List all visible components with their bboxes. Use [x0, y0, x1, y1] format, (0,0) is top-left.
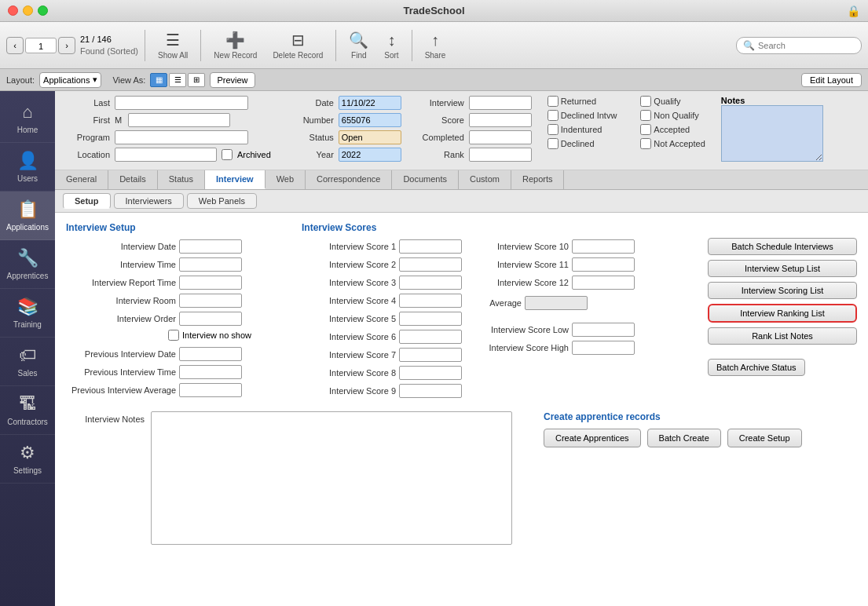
score4-input[interactable]	[399, 294, 462, 308]
status-input[interactable]	[339, 130, 401, 144]
search-input[interactable]	[758, 41, 855, 50]
non-qualify-checkbox-row[interactable]: Non Qualify	[640, 110, 705, 121]
view-form-button[interactable]: ▦	[150, 73, 167, 87]
tab-correspondence[interactable]: Correspondence	[306, 170, 392, 189]
tab-documents[interactable]: Documents	[392, 170, 459, 189]
notes-textarea[interactable]	[721, 105, 823, 162]
tab-interview[interactable]: Interview	[205, 170, 266, 189]
completed-input[interactable]	[469, 130, 532, 144]
score-high-input[interactable]	[572, 341, 635, 355]
score8-input[interactable]	[399, 366, 462, 380]
score6-input[interactable]	[399, 330, 462, 344]
accepted-checkbox-row[interactable]: Accepted	[640, 124, 705, 135]
interview-no-show-checkbox[interactable]	[168, 330, 179, 341]
batch-archive-button[interactable]: Batch Archive Status	[708, 359, 805, 376]
score3-input[interactable]	[399, 276, 462, 290]
interview-room-input[interactable]	[179, 294, 242, 308]
sidebar-item-applications[interactable]: 📋 Applications	[0, 192, 55, 240]
rank-list-notes-button[interactable]: Rank List Notes	[708, 327, 857, 345]
setup-list-button[interactable]: Interview Setup List	[708, 260, 857, 277]
year-input[interactable]	[339, 148, 401, 162]
tab-web[interactable]: Web	[266, 170, 306, 189]
score7-input[interactable]	[399, 348, 462, 362]
qualify-checkbox-row[interactable]: Qualify	[640, 96, 705, 107]
sidebar-item-settings[interactable]: ⚙ Settings	[0, 435, 55, 484]
sub-tab-setup[interactable]: Setup	[63, 193, 111, 209]
declined-intvw-checkbox-row[interactable]: Declined Intvw	[548, 110, 617, 121]
view-table-button[interactable]: ⊞	[188, 73, 205, 87]
tab-custom[interactable]: Custom	[459, 170, 511, 189]
rank-input[interactable]	[469, 148, 532, 162]
declined-checkbox-row[interactable]: Declined	[548, 138, 617, 149]
interview-order-input[interactable]	[179, 312, 242, 326]
indentured-checkbox-row[interactable]: Indentured	[548, 124, 617, 135]
tab-reports[interactable]: Reports	[511, 170, 565, 189]
sort-button[interactable]: ↕ Sort	[378, 30, 405, 61]
not-accepted-checkbox-row[interactable]: Not Accepted	[640, 138, 705, 149]
scoring-list-button[interactable]: Interview Scoring List	[708, 282, 857, 299]
sub-tab-interviewers[interactable]: Interviewers	[114, 193, 184, 209]
sidebar-item-training[interactable]: 📚 Training	[0, 289, 55, 338]
tab-status[interactable]: Status	[158, 170, 205, 189]
create-apprentices-button[interactable]: Create Apprentices	[544, 429, 641, 447]
delete-record-button[interactable]: ⊟ Delete Record	[266, 29, 329, 61]
share-button[interactable]: ↑ Share	[419, 30, 452, 61]
indentured-checkbox[interactable]	[548, 124, 559, 135]
prev-interview-time-input[interactable]	[179, 365, 242, 379]
not-accepted-checkbox[interactable]	[640, 138, 651, 149]
score11-input[interactable]	[572, 257, 635, 272]
nav-forward-button[interactable]: ›	[58, 37, 75, 54]
new-record-button[interactable]: ➕ New Record	[207, 29, 263, 61]
tab-details[interactable]: Details	[108, 170, 158, 189]
declined-checkbox[interactable]	[548, 138, 559, 149]
sidebar-item-home[interactable]: ⌂ Home	[0, 94, 55, 143]
non-qualify-checkbox[interactable]	[640, 110, 651, 121]
batch-schedule-button[interactable]: Batch Schedule Interviews	[708, 238, 857, 255]
score-input[interactable]	[469, 113, 532, 127]
returned-checkbox-row[interactable]: Returned	[548, 96, 617, 107]
archived-checkbox[interactable]	[222, 149, 233, 160]
find-button[interactable]: 🔍 Find	[342, 29, 375, 61]
nav-back-button[interactable]: ‹	[6, 37, 24, 54]
sidebar-item-sales[interactable]: 🏷 Sales	[0, 338, 55, 386]
score5-input[interactable]	[399, 312, 462, 326]
score1-input[interactable]	[399, 239, 462, 254]
score-low-input[interactable]	[572, 323, 635, 337]
batch-create-button[interactable]: Batch Create	[647, 429, 721, 447]
minimize-button[interactable]	[23, 5, 33, 16]
number-input[interactable]	[339, 113, 401, 127]
score12-input[interactable]	[572, 276, 635, 290]
close-button[interactable]	[8, 5, 18, 16]
interview-report-time-input[interactable]	[179, 276, 242, 290]
record-number[interactable]: 1	[25, 38, 57, 53]
ranking-list-button[interactable]: Interview Ranking List	[708, 304, 857, 323]
interview-input[interactable]	[469, 96, 532, 110]
prev-interview-date-input[interactable]	[179, 347, 242, 361]
sidebar-item-apprentices[interactable]: 🔧 Apprentices	[0, 240, 55, 289]
view-list-button[interactable]: ☰	[169, 73, 186, 87]
score9-input[interactable]	[399, 384, 462, 398]
tab-general[interactable]: General	[55, 170, 108, 189]
first-input[interactable]	[128, 113, 230, 127]
layout-dropdown[interactable]: Applications ▾	[39, 72, 101, 88]
interview-notes-textarea[interactable]	[151, 411, 512, 545]
program-input[interactable]	[115, 130, 248, 144]
score2-input[interactable]	[399, 257, 462, 272]
last-input[interactable]	[115, 96, 248, 110]
sidebar-item-users[interactable]: 👤 Users	[0, 143, 55, 192]
average-input[interactable]	[525, 296, 588, 310]
score10-input[interactable]	[572, 239, 635, 254]
returned-checkbox[interactable]	[548, 96, 559, 107]
interview-time-input[interactable]	[179, 257, 242, 272]
qualify-checkbox[interactable]	[640, 96, 651, 107]
prev-interview-avg-input[interactable]	[179, 383, 242, 397]
search-box[interactable]: 🔍	[736, 37, 862, 54]
preview-button[interactable]: Preview	[210, 72, 255, 88]
create-setup-button[interactable]: Create Setup	[727, 429, 802, 447]
accepted-checkbox[interactable]	[640, 124, 651, 135]
sub-tab-web-panels[interactable]: Web Panels	[187, 193, 257, 209]
show-all-button[interactable]: ☰ Show All	[152, 29, 194, 61]
sidebar-item-contractors[interactable]: 🏗 Contractors	[0, 386, 55, 435]
maximize-button[interactable]	[38, 5, 48, 16]
declined-intvw-checkbox[interactable]	[548, 110, 559, 121]
